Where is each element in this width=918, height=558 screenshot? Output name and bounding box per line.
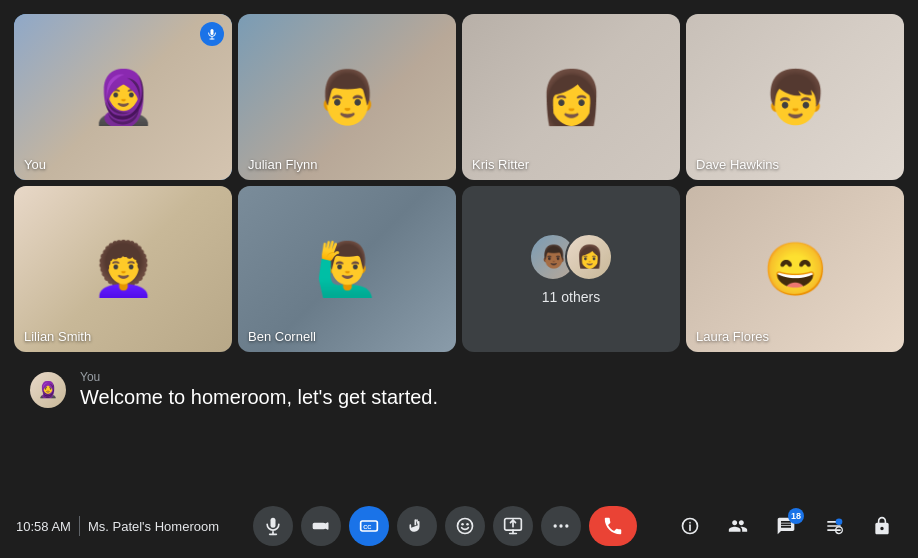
mic-button[interactable] [253, 506, 293, 546]
svg-point-16 [559, 524, 562, 527]
lock-button[interactable] [862, 506, 902, 546]
svg-rect-0 [211, 29, 214, 35]
caption-avatar: 🧕 [30, 372, 66, 408]
more-button[interactable] [541, 506, 581, 546]
tile-laura[interactable]: 😄 Laura Flores [686, 186, 904, 352]
controls-center: CC [253, 506, 637, 546]
caption-text-block: You Welcome to homeroom, let's get start… [80, 370, 438, 409]
tile-you[interactable]: 🧕 You [14, 14, 232, 180]
camera-button[interactable] [301, 506, 341, 546]
present-button[interactable] [493, 506, 533, 546]
mic-active-badge [200, 22, 224, 46]
others-avatars: 👨🏾 👩 [529, 233, 613, 281]
caption-message: Welcome to homeroom, let's get started. [80, 386, 438, 409]
tile-julian[interactable]: 👨 Julian Flynn [238, 14, 456, 180]
chat-button[interactable]: 18 [766, 506, 806, 546]
tile-dave-name: Dave Hawkins [696, 157, 779, 172]
chat-notification-badge: 18 [788, 508, 804, 524]
activities-button[interactable] [814, 506, 854, 546]
svg-rect-3 [270, 518, 275, 528]
emoji-button[interactable] [445, 506, 485, 546]
svg-point-20 [689, 522, 691, 524]
meeting-time: 10:58 AM [16, 519, 71, 534]
tile-laura-name: Laura Flores [696, 329, 769, 344]
others-avatar-2: 👩 [565, 233, 613, 281]
people-button[interactable] [718, 506, 758, 546]
svg-text:CC: CC [363, 524, 372, 530]
caption-bar: 🧕 You Welcome to homeroom, let's get sta… [0, 362, 918, 415]
caption-speaker: You [80, 370, 438, 384]
meeting-name: Ms. Patel's Homeroom [88, 519, 219, 534]
video-grid: 🧕 You 👨 Julian Flynn 👩 Kris Ritter 👦 Dav… [0, 0, 918, 362]
tile-kris-name: Kris Ritter [472, 157, 529, 172]
tile-lilian-name: Lilian Smith [24, 329, 91, 344]
tile-julian-name: Julian Flynn [248, 157, 317, 172]
svg-point-17 [565, 524, 568, 527]
tile-ben[interactable]: 🙋‍♂️ Ben Cornell [238, 186, 456, 352]
tile-dave[interactable]: 👦 Dave Hawkins [686, 14, 904, 180]
svg-point-8 [457, 519, 472, 534]
svg-point-15 [553, 524, 556, 527]
end-call-button[interactable] [589, 506, 637, 546]
bottom-bar: 10:58 AM Ms. Patel's Homeroom CC [0, 494, 918, 558]
controls-right: 18 [670, 506, 902, 546]
meeting-info: 10:58 AM Ms. Patel's Homeroom [16, 516, 219, 536]
tile-you-name: You [24, 157, 46, 172]
hand-button[interactable] [397, 506, 437, 546]
others-count-label: 11 others [542, 289, 600, 305]
svg-point-21 [836, 519, 843, 526]
tile-lilian[interactable]: 👩‍🦱 Lilian Smith [14, 186, 232, 352]
info-button[interactable] [670, 506, 710, 546]
tile-kris[interactable]: 👩 Kris Ritter [462, 14, 680, 180]
tile-ben-name: Ben Cornell [248, 329, 316, 344]
time-name-divider [79, 516, 80, 536]
tile-others[interactable]: 👨🏾 👩 11 others [462, 186, 680, 352]
captions-button[interactable]: CC [349, 506, 389, 546]
